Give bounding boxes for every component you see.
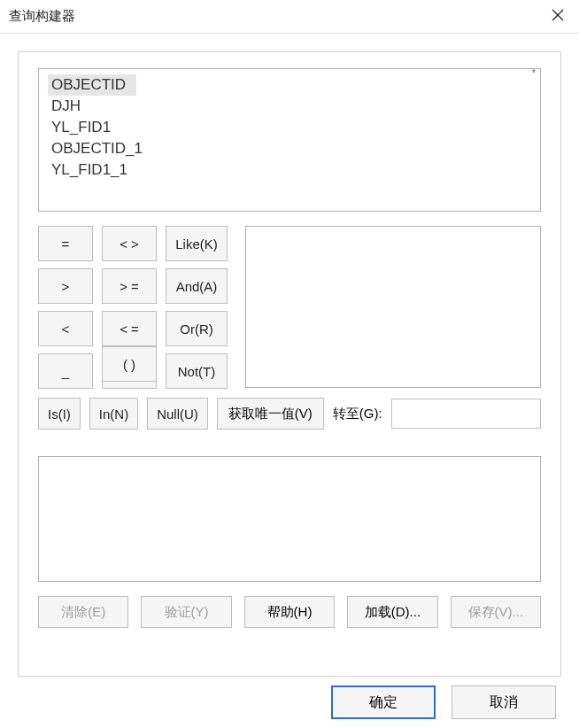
window-title: 查询构建器 xyxy=(9,8,75,25)
list-item[interactable]: YL_FID1 xyxy=(48,117,136,138)
extra-operators-row: Is(I) In(N) Null(U) 获取唯一值(V) 转至(G): xyxy=(38,398,541,430)
goto-input[interactable] xyxy=(391,399,541,429)
op-underscore-button[interactable]: _ xyxy=(38,353,93,389)
op-not-button[interactable]: Not(T) xyxy=(166,353,228,389)
fields-listbox[interactable]: OBJECTID DJH YL_FID1 OBJECTID_1 YL_FID1_… xyxy=(38,68,541,212)
clear-button[interactable]: 清除(E) xyxy=(38,596,128,628)
close-button[interactable] xyxy=(537,0,579,34)
save-button[interactable]: 保存(V)... xyxy=(451,596,541,628)
op-gt-button[interactable]: > xyxy=(38,268,93,304)
dialog-body: * OBJECTID DJH YL_FID1 OBJECTID_1 YL_FID… xyxy=(18,51,561,677)
close-icon xyxy=(552,9,564,25)
goto-label: 转至(G): xyxy=(333,406,382,422)
list-item[interactable]: DJH xyxy=(48,96,136,117)
op-null-button[interactable]: Null(U) xyxy=(147,398,208,430)
list-item[interactable]: OBJECTID_1 xyxy=(48,138,146,159)
op-equals-button[interactable]: = xyxy=(38,226,93,261)
op-is-button[interactable]: Is(I) xyxy=(38,398,81,430)
list-item[interactable]: YL_FID1_1 xyxy=(48,159,136,181)
op-lt-button[interactable]: < xyxy=(38,311,93,346)
op-notequal-button[interactable]: < > xyxy=(102,226,157,261)
op-and-button[interactable]: And(A) xyxy=(166,268,228,304)
action-button-row: 清除(E) 验证(Y) 帮助(H) 加载(D)... 保存(V)... xyxy=(38,596,541,628)
op-lte-button[interactable]: < = xyxy=(102,311,157,346)
op-like-button[interactable]: Like(K) xyxy=(166,226,228,261)
get-unique-values-button[interactable]: 获取唯一值(V) xyxy=(217,398,324,430)
load-button[interactable]: 加载(D)... xyxy=(347,596,437,628)
list-item[interactable]: OBJECTID xyxy=(48,74,136,96)
cancel-button[interactable]: 取消 xyxy=(452,685,556,719)
unique-values-listbox[interactable] xyxy=(245,226,541,388)
help-button[interactable]: 帮助(H) xyxy=(244,596,335,628)
op-or-button[interactable]: Or(R) xyxy=(166,311,228,346)
op-gte-button[interactable]: > = xyxy=(102,268,157,304)
expression-textarea[interactable] xyxy=(38,456,541,582)
footer-row: 确定 取消 xyxy=(0,685,579,728)
op-in-button[interactable]: In(N) xyxy=(89,398,138,430)
verify-button[interactable]: 验证(Y) xyxy=(141,596,231,628)
titlebar: 查询构建器 xyxy=(0,0,579,34)
ok-button[interactable]: 确定 xyxy=(331,685,436,719)
op-parens-button[interactable]: ( ) xyxy=(102,346,157,382)
